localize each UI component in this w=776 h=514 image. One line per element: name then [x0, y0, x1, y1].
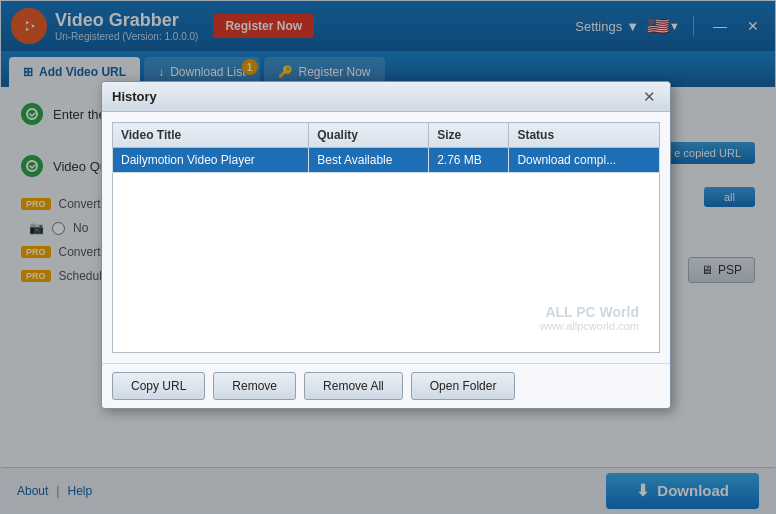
dialog-body: Video Title Quality Size Status Dailymot… [102, 112, 670, 363]
dialog-close-button[interactable]: ✕ [639, 89, 660, 104]
app-window: Video Grabber Un-Registered (Version: 1.… [0, 0, 776, 514]
open-folder-button[interactable]: Open Folder [411, 372, 516, 400]
col-title: Video Title [113, 123, 309, 148]
col-quality: Quality [309, 123, 429, 148]
col-size: Size [429, 123, 509, 148]
row-status: Download compl... [509, 148, 660, 173]
watermark: ALL PC World www.allpcworld.com [540, 304, 639, 332]
table-row[interactable]: Dailymotion Video Player Best Available … [113, 148, 660, 173]
row-quality: Best Available [309, 148, 429, 173]
col-status: Status [509, 123, 660, 148]
watermark-main: ALL PC World [540, 304, 639, 320]
dialog-title: History [112, 89, 639, 104]
remove-all-button[interactable]: Remove All [304, 372, 403, 400]
copy-url-button[interactable]: Copy URL [112, 372, 205, 400]
dialog-footer: Copy URL Remove Remove All Open Folder [102, 363, 670, 408]
dialog-title-bar: History ✕ [102, 82, 670, 112]
empty-area: ALL PC World www.allpcworld.com [112, 173, 660, 353]
row-size: 2.76 MB [429, 148, 509, 173]
history-table: Video Title Quality Size Status Dailymot… [112, 122, 660, 173]
remove-button[interactable]: Remove [213, 372, 296, 400]
watermark-sub: www.allpcworld.com [540, 320, 639, 332]
modal-overlay: History ✕ Video Title Quality Size Statu… [1, 1, 775, 513]
row-title: Dailymotion Video Player [113, 148, 309, 173]
history-dialog: History ✕ Video Title Quality Size Statu… [101, 81, 671, 409]
